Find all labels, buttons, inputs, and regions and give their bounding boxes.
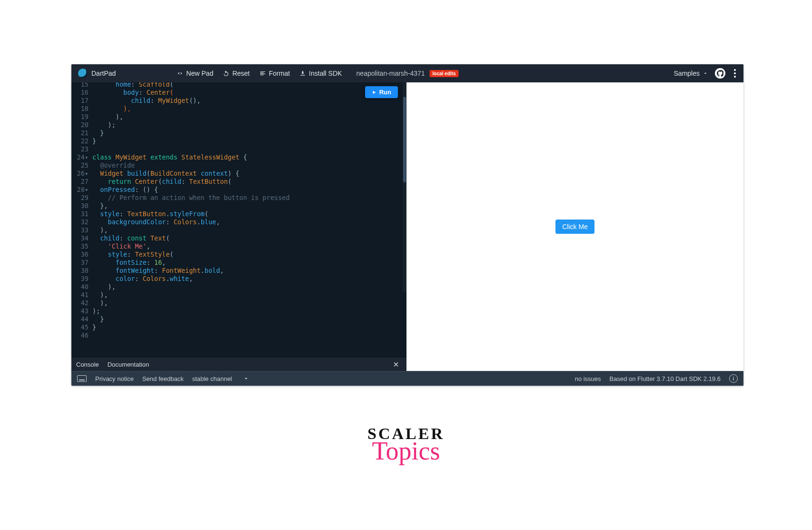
samples-label: Samples: [674, 70, 700, 77]
new-pad-button[interactable]: New Pad: [175, 68, 215, 79]
scaler-line2: Topics: [367, 436, 445, 466]
close-panel-button[interactable]: ×: [390, 360, 402, 369]
toolbar: New Pad Reset Format Install SDK: [175, 68, 344, 79]
format-button[interactable]: Format: [257, 68, 292, 79]
project-name: neapolitan-marsh-4371: [356, 70, 425, 77]
tab-documentation[interactable]: Documentation: [108, 361, 149, 368]
tab-console[interactable]: Console: [76, 361, 99, 368]
channel-select[interactable]: stable channel: [192, 375, 249, 382]
brand-name: DartPad: [91, 70, 116, 77]
new-pad-label: New Pad: [186, 70, 213, 77]
status-bar: Privacy notice Send feedback stable chan…: [71, 371, 743, 386]
install-sdk-label: Install SDK: [309, 70, 342, 77]
more-menu-button[interactable]: [732, 67, 738, 80]
keyboard-icon[interactable]: [77, 375, 87, 382]
chevron-down-icon: [243, 375, 249, 382]
topbar: DartPad New Pad Reset Format Install SD: [71, 64, 743, 82]
chevron-down-icon: [703, 70, 708, 76]
channel-label: stable channel: [192, 375, 232, 382]
reset-label: Reset: [232, 70, 250, 77]
install-sdk-button[interactable]: Install SDK: [297, 68, 344, 79]
sdk-label: Based on Flutter 3.7.10 Dart SDK 2.19.6: [610, 375, 721, 382]
local-edits-badge: local edits: [430, 70, 459, 77]
reset-icon: [223, 70, 229, 77]
bottom-tabs: Console Documentation ×: [71, 358, 406, 371]
info-icon[interactable]: i: [729, 374, 738, 383]
scaler-logo: SCALER Topics: [367, 425, 445, 466]
brand: DartPad: [71, 69, 122, 78]
project-info: neapolitan-marsh-4371 local edits: [356, 70, 459, 77]
format-label: Format: [269, 70, 290, 77]
download-icon: [299, 70, 306, 77]
preview-pane: Click Me: [406, 82, 743, 371]
editor-pane: Run 15161718192021222324▾2526▾2728▾29303…: [71, 82, 406, 371]
privacy-link[interactable]: Privacy notice: [95, 375, 134, 382]
scrollbar[interactable]: [403, 82, 406, 292]
samples-dropdown[interactable]: Samples: [674, 70, 708, 77]
dartpad-app: DartPad New Pad Reset Format Install SD: [71, 64, 743, 386]
code-body[interactable]: home: Scaffold( body: Center( child: MyW…: [92, 82, 404, 340]
issues-label: no issues: [575, 375, 601, 382]
code-icon: [177, 70, 183, 77]
click-me-button[interactable]: Click Me: [555, 220, 594, 234]
github-icon: [717, 70, 723, 77]
code-editor[interactable]: Run 15161718192021222324▾2526▾2728▾29303…: [71, 82, 406, 358]
reset-button[interactable]: Reset: [221, 68, 252, 79]
format-icon: [259, 70, 266, 77]
dart-logo-icon: [78, 69, 88, 78]
feedback-link[interactable]: Send feedback: [142, 375, 184, 382]
github-button[interactable]: [715, 68, 725, 79]
